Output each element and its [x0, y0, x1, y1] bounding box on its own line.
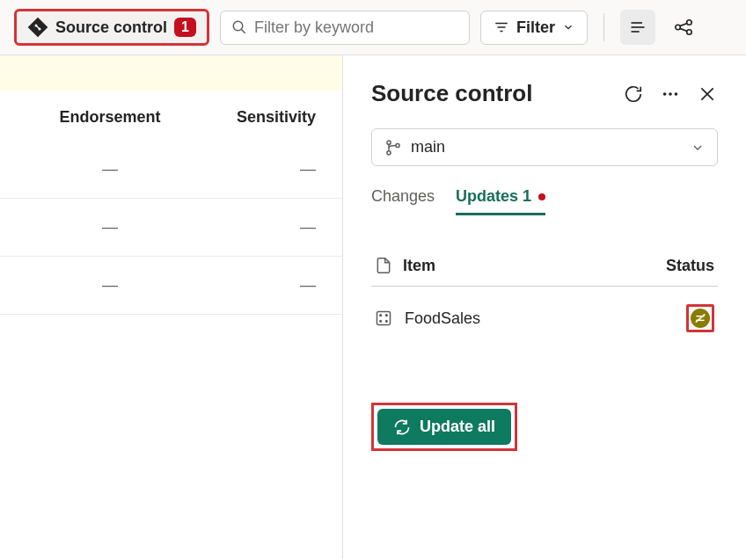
tab-updates-label: Updates 1 [456, 187, 531, 206]
status-indicator-highlight [686, 304, 714, 332]
svg-line-33 [696, 314, 706, 322]
updates-indicator-dot [538, 193, 545, 200]
source-control-badge: 1 [174, 18, 196, 37]
lineage-icon [674, 18, 693, 37]
table-row[interactable]: — — [0, 141, 342, 199]
close-icon [698, 85, 716, 103]
list-lines-icon [629, 18, 647, 36]
filter-button[interactable]: Filter [480, 11, 588, 45]
list-view-button[interactable] [620, 10, 655, 45]
svg-point-18 [669, 92, 672, 96]
endorsement-cell: — [18, 218, 176, 236]
source-control-label: Source control [55, 18, 167, 37]
file-icon [375, 256, 392, 275]
chevron-down-icon [562, 21, 574, 33]
table-grid-icon [375, 309, 392, 327]
svg-point-13 [687, 20, 692, 25]
keyword-search-field[interactable] [254, 18, 458, 37]
refresh-button[interactable] [623, 84, 644, 105]
item-name: FoodSales [405, 309, 480, 328]
item-column-header: Item [403, 257, 435, 275]
endorsement-cell: — [18, 160, 176, 178]
status-conflict-icon [691, 309, 710, 328]
svg-point-28 [386, 315, 388, 316]
refresh-icon [624, 84, 643, 104]
update-all-button[interactable]: Update all [377, 409, 511, 445]
branch-name: main [411, 138, 445, 156]
toolbar-divider [603, 13, 604, 41]
svg-line-15 [680, 23, 687, 25]
search-icon [231, 19, 247, 35]
svg-point-30 [386, 321, 388, 323]
chevron-down-icon [691, 141, 705, 155]
filter-label: Filter [516, 18, 555, 37]
svg-point-27 [380, 315, 382, 316]
sync-icon [393, 418, 411, 436]
branch-icon [384, 139, 402, 156]
update-all-label: Update all [420, 418, 495, 436]
svg-point-12 [676, 25, 681, 30]
table-row[interactable]: — — [0, 257, 342, 315]
lineage-view-button[interactable] [666, 10, 701, 45]
tab-updates[interactable]: Updates 1 [456, 187, 545, 215]
svg-point-24 [396, 143, 399, 147]
svg-point-14 [687, 30, 692, 35]
filter-icon [494, 19, 509, 35]
panel-title: Source control [371, 80, 532, 107]
ellipsis-icon [661, 84, 680, 104]
svg-point-4 [233, 21, 243, 31]
svg-line-5 [241, 29, 245, 33]
svg-rect-26 [377, 312, 391, 325]
close-button[interactable] [697, 84, 718, 105]
update-all-highlight: Update all [371, 403, 517, 451]
branch-selector[interactable]: main [371, 128, 718, 166]
sensitivity-cell: — [176, 218, 325, 236]
svg-point-29 [380, 321, 382, 323]
tab-changes[interactable]: Changes [371, 187, 435, 215]
svg-point-19 [675, 92, 678, 96]
notification-strip [0, 55, 342, 91]
status-column-header: Status [666, 257, 714, 275]
endorsement-cell: — [18, 276, 176, 295]
keyword-search-input[interactable] [220, 11, 470, 45]
table-row[interactable]: — — [0, 199, 342, 257]
sensitivity-cell: — [176, 160, 325, 178]
column-header-endorsement[interactable]: Endorsement [18, 108, 176, 127]
git-diamond-icon [27, 17, 48, 38]
svg-point-23 [387, 150, 391, 154]
source-control-button[interactable]: Source control 1 [14, 9, 209, 46]
svg-point-17 [663, 92, 667, 96]
update-item-row[interactable]: FoodSales [371, 287, 718, 350]
column-header-sensitivity[interactable]: Sensitivity [176, 108, 325, 127]
svg-point-22 [387, 141, 391, 144]
svg-line-16 [680, 28, 687, 31]
more-options-button[interactable] [660, 84, 681, 105]
sensitivity-cell: — [176, 276, 325, 295]
